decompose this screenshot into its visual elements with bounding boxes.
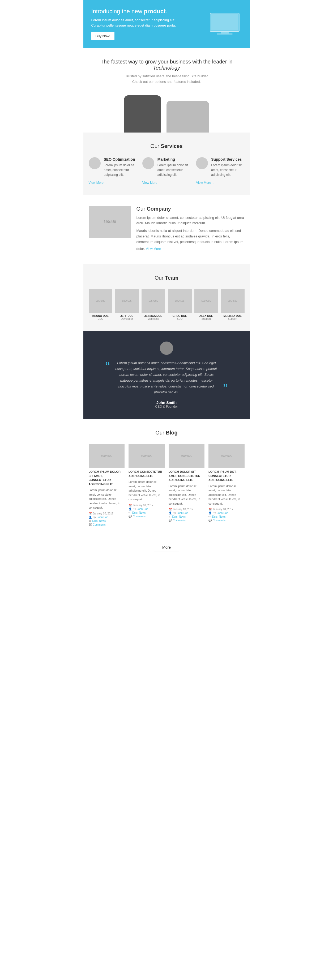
- view-more-marketing[interactable]: View More →: [142, 181, 191, 185]
- user-icon: 👤: [209, 512, 212, 514]
- comments-link-3[interactable]: Comments: [213, 519, 225, 522]
- view-more-seo[interactable]: View More →: [89, 181, 137, 185]
- tag-icon: 🏷: [89, 519, 91, 522]
- hero-section: Introducing the new product. Lorem ipsum…: [83, 0, 250, 48]
- service-icon-support: [196, 157, 208, 169]
- blog-meta-3: 📅January 10, 2017 👤 By John Doe 🏷 Duis, …: [209, 508, 245, 522]
- team-member-role: CEO: [89, 317, 113, 320]
- blog-meta-2: 📅January 10, 2017 👤 By John Doe 🏷 Duis, …: [169, 508, 205, 522]
- team-photo: 585×585: [115, 289, 139, 313]
- service-icon-marketing: [142, 157, 154, 169]
- blog-image-1: 500×500: [129, 444, 165, 468]
- testimonial-text: Lorem ipsum dolor sit amet, consectetur …: [113, 360, 220, 395]
- blog-meta-1: 📅January 10, 2017 👤 By John Doe 🏷 Duis, …: [129, 504, 165, 518]
- team-member-role: SEO: [168, 317, 192, 320]
- team-member-name: MELISSA DOE: [221, 315, 245, 317]
- blog-post-0: 500×500 LOREM IPSUM DOLOR SIT AMET, CONS…: [89, 444, 125, 527]
- team-photo: 585×585: [194, 289, 218, 313]
- team-member-role: Marketing: [142, 317, 166, 320]
- service-title-marketing: Marketing: [158, 157, 191, 161]
- hero-description: Lorem ipsum dolor sit amet, consectetur …: [91, 18, 207, 28]
- comment-icon: 💬: [89, 523, 92, 526]
- author-link-2[interactable]: John Doe: [177, 512, 188, 514]
- team-member-greg: 585×585 GREG DOE SEO: [168, 289, 192, 320]
- device-light: [167, 101, 209, 132]
- comments-link-2[interactable]: Comments: [173, 519, 186, 522]
- hero-image: [207, 11, 242, 37]
- comments-link-1[interactable]: Comments: [133, 515, 145, 518]
- team-member-role: Support: [221, 317, 245, 320]
- service-title-seo: SEO Optimization: [104, 157, 137, 161]
- blog-post-3: 500×500 LOREM IPSUM DOT. CONSECTETUR ADI…: [209, 444, 245, 527]
- company-view-more[interactable]: View More →: [146, 247, 165, 251]
- blog-post-excerpt-1: Lorem ipsum dolor sit amet, consectetur …: [129, 480, 165, 502]
- tagline-subtext: Trusted by satisfied users, the best-sel…: [89, 73, 245, 85]
- buy-now-button[interactable]: Buy Now!: [91, 32, 115, 40]
- tag-icon: 🏷: [129, 511, 131, 514]
- team-member-name: JEFF DOE: [115, 315, 139, 317]
- quote-close-icon: ”: [223, 382, 228, 395]
- svg-rect-1: [211, 14, 238, 30]
- user-icon: 👤: [89, 516, 92, 519]
- tagline-heading: The fastest way to grow your business wi…: [89, 59, 245, 71]
- team-member-melissa: 585×585 MELISSA DOE Support: [221, 289, 245, 320]
- tag-icon: 🏷: [169, 515, 171, 518]
- blog-grid: 500×500 LOREM IPSUM DOLOR SIT AMET, CONS…: [89, 444, 245, 527]
- comment-icon: 💬: [169, 519, 172, 522]
- service-desc-seo: Lorem ipsum dolor sit amet, consectetur …: [104, 163, 137, 177]
- svg-rect-3: [217, 33, 233, 35]
- company-para2: Mauris lobortis nulla ut aliquet interdu…: [137, 228, 245, 251]
- devices-section: [83, 90, 250, 132]
- blog-section: Our Blog 500×500 LOREM IPSUM DOLOR SIT A…: [83, 419, 250, 537]
- blog-image-2: 500×500: [169, 444, 205, 468]
- team-member-name: JESSICA DOE: [142, 315, 166, 317]
- tag-icon: 🏷: [209, 515, 211, 518]
- services-section: Our Services SEO Optimization Lorem ipsu…: [83, 132, 250, 195]
- blog-post-excerpt-0: Lorem ipsum dolor sit amet, consectetur …: [89, 488, 125, 510]
- blog-image-3: 500×500: [209, 444, 245, 468]
- tags-link-0[interactable]: Duis, News: [92, 519, 106, 522]
- team-photo: 585×585: [142, 289, 166, 313]
- tags-link-3[interactable]: Duis, News: [212, 515, 226, 518]
- blog-post-excerpt-3: Lorem ipsum dolor sit amet, consectetur …: [209, 484, 245, 506]
- hero-text: Introducing the new product. Lorem ipsum…: [91, 8, 207, 40]
- tags-link-2[interactable]: Duis, News: [172, 515, 186, 518]
- testimonial-author-name: John Smith: [91, 401, 242, 405]
- calendar-icon: 📅: [169, 508, 172, 511]
- monitor-icon: [209, 12, 241, 37]
- services-title: Our Services: [89, 143, 245, 149]
- author-link-3[interactable]: John Doe: [217, 512, 228, 514]
- author-link-1[interactable]: John Doe: [137, 508, 148, 511]
- company-para1: Lorem ipsum dolor sit amet, consectetur …: [137, 215, 245, 226]
- service-top: Marketing Lorem ipsum dolor sit amet, co…: [142, 157, 191, 177]
- blog-post-title-2: LOREM DOLOR SIT AMET, CONSECTETUR ADIPIS…: [169, 470, 205, 482]
- team-member-bruno: 585×585 BRUNO DOE CEO: [89, 289, 113, 320]
- device-dark: [124, 95, 161, 132]
- service-item: Support Services Lorem ipsum dolor sit a…: [196, 157, 244, 185]
- calendar-icon: 📅: [129, 504, 132, 507]
- company-title: Our Company: [137, 206, 245, 212]
- testimonial-author-title: CEO & Founder: [91, 405, 242, 409]
- author-link-0[interactable]: John Doe: [97, 516, 108, 519]
- tags-link-1[interactable]: Duis, News: [132, 511, 146, 514]
- company-image: 640x480: [89, 206, 131, 238]
- team-title: Our Team: [89, 275, 245, 281]
- team-photo: 585×585: [168, 289, 192, 313]
- comment-icon: 💬: [129, 515, 132, 518]
- service-content-marketing: Marketing Lorem ipsum dolor sit amet, co…: [158, 157, 191, 177]
- service-item: SEO Optimization Lorem ipsum dolor sit a…: [89, 157, 137, 185]
- more-button[interactable]: More: [154, 543, 179, 552]
- testimonial-author: John Smith CEO & Founder: [91, 401, 242, 409]
- blog-post-title-3: LOREM IPSUM DOT. CONSECTETUR ADIPISCING …: [209, 470, 245, 482]
- team-member-name: GREG DOE: [168, 315, 192, 317]
- service-content-support: Support Services Lorem ipsum dolor sit a…: [211, 157, 244, 177]
- comments-link-0[interactable]: Comments: [93, 523, 106, 526]
- team-section: Our Team 585×585 BRUNO DOE CEO 585×585 J…: [83, 264, 250, 331]
- user-icon: 👤: [169, 512, 172, 514]
- view-more-support[interactable]: View More →: [196, 181, 244, 185]
- service-title-support: Support Services: [211, 157, 244, 161]
- services-grid: SEO Optimization Lorem ipsum dolor sit a…: [89, 157, 245, 185]
- calendar-icon: 📅: [89, 512, 92, 515]
- calendar-icon: 📅: [209, 508, 212, 511]
- team-member-role: Developer: [115, 317, 139, 320]
